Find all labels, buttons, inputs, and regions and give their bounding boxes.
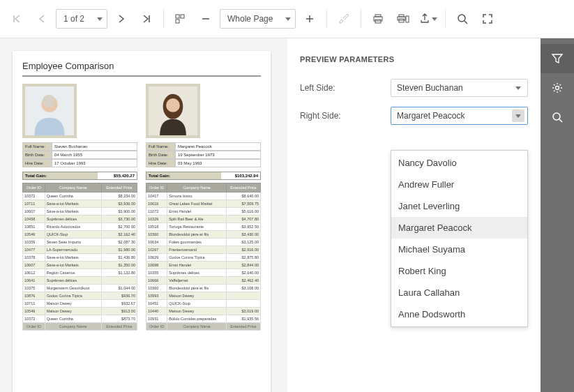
fullscreen-button[interactable] [476,8,499,30]
dropdown-option[interactable]: Margaret Peacock [391,217,527,239]
settings-tab[interactable] [541,73,574,103]
employee-photo [146,84,200,138]
svg-point-18 [553,113,560,120]
right-sidebar [541,38,574,392]
svg-point-13 [43,95,55,107]
toolbar: 1 of 2 Whole Page [0,0,574,38]
first-page-button[interactable] [6,8,28,30]
dropdown-option[interactable]: Janet Leverling [391,195,527,217]
caret-down-icon [432,17,437,21]
highlight-button[interactable] [333,8,355,30]
page-text: 1 of 2 [63,14,84,24]
search-tab[interactable] [541,103,574,132]
dropdown-option[interactable]: Anne Dodsworth [391,303,527,325]
dropdown-option[interactable]: Andrew Fuller [391,174,527,195]
caret-down-icon [285,17,291,21]
zoom-in-button[interactable] [299,8,321,30]
employee-photo [22,84,77,138]
orders-table-left: Order IDCompany NameExtended Price10372Q… [22,183,137,331]
print-button[interactable] [367,8,389,30]
filter-tab[interactable] [541,44,574,73]
print-page-button[interactable] [392,8,414,30]
svg-point-16 [166,98,180,112]
prev-page-button[interactable] [31,8,53,30]
dropdown-option[interactable]: Robert King [391,260,527,282]
svg-point-17 [556,86,559,90]
document-page: Employee Comparison Full Name:Steven Buc… [13,51,271,392]
dropdown-option[interactable]: Nancy Davolio [391,152,527,174]
export-button[interactable] [417,8,439,30]
right-side-label: Right Side: [300,111,391,121]
page-selector[interactable]: 1 of 2 [56,9,107,29]
multipage-button[interactable] [169,8,192,30]
dropdown-option[interactable]: Michael Suyama [391,239,527,260]
document-preview: Employee Comparison Full Name:Steven Buc… [0,38,287,392]
caret-down-icon [515,114,521,118]
employee-left-column: Full Name:Steven Buchanan Birth Date:04 … [22,84,137,331]
last-page-button[interactable] [135,8,158,30]
right-side-select[interactable]: Margaret Peacock [391,107,528,125]
zoom-out-button[interactable] [195,8,217,30]
svg-rect-0 [176,15,179,18]
svg-rect-9 [406,16,409,22]
preview-parameters-panel: PREVIEW PARAMETERS Left Side: Steven Buc… [287,38,541,392]
zoom-text: Whole Page [227,14,273,24]
caret-down-icon [97,17,103,21]
svg-point-10 [458,15,465,22]
left-side-label: Left Side: [300,83,391,93]
main-area: Employee Comparison Full Name:Steven Buc… [0,38,574,392]
orders-table-right: Order IDCompany NameExtended Price10417S… [146,183,261,331]
search-button[interactable] [451,8,474,30]
report-title: Employee Comparison [22,61,261,71]
employee-right-column: Full Name:Margaret Peacock Birth Date:19… [146,84,261,331]
left-side-select[interactable]: Steven Buchanan [391,79,528,97]
next-page-button[interactable] [110,8,133,30]
svg-rect-1 [181,15,184,18]
dropdown-option[interactable]: Laura Callahan [391,282,527,303]
right-side-dropdown[interactable]: Nancy DavolioAndrew FullerJanet Leverlin… [391,150,528,327]
caret-down-icon [515,86,521,90]
svg-rect-2 [176,20,179,23]
panel-heading: PREVIEW PARAMETERS [300,55,528,63]
zoom-selector[interactable]: Whole Page [220,9,296,29]
